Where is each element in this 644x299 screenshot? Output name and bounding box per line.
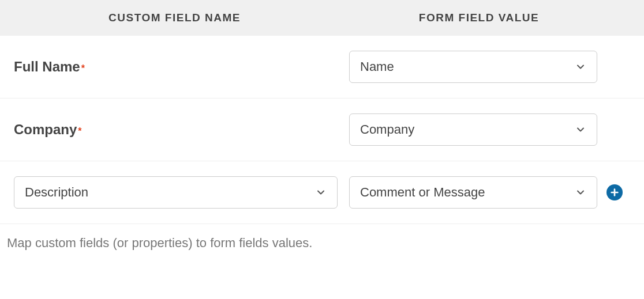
chevron-down-icon bbox=[575, 124, 586, 135]
form-value-select[interactable]: Name bbox=[349, 51, 597, 83]
field-label-cell: Company* bbox=[0, 122, 349, 138]
header-form-field: FORM FIELD VALUE bbox=[349, 12, 609, 24]
helper-text: Map custom fields (or properties) to for… bbox=[0, 224, 644, 262]
field-label: Company bbox=[14, 122, 77, 137]
custom-field-cell: Description bbox=[0, 176, 349, 209]
required-mark: * bbox=[81, 63, 85, 73]
header-custom-field: CUSTOM FIELD NAME bbox=[0, 12, 349, 24]
table-header-row: CUSTOM FIELD NAME FORM FIELD VALUE bbox=[0, 0, 644, 36]
select-value: Company bbox=[360, 122, 414, 137]
add-row-cell bbox=[597, 184, 632, 200]
field-label-cell: Full Name* bbox=[0, 59, 349, 75]
select-value: Description bbox=[25, 185, 88, 200]
chevron-down-icon bbox=[315, 187, 327, 198]
mapping-row: Company* Company bbox=[0, 99, 644, 161]
form-value-select[interactable]: Comment or Message bbox=[349, 176, 597, 209]
select-value: Comment or Message bbox=[360, 185, 485, 200]
chevron-down-icon bbox=[575, 187, 586, 198]
field-label: Full Name bbox=[14, 59, 80, 74]
mapping-row: Full Name* Name bbox=[0, 36, 644, 99]
field-mapping-table: CUSTOM FIELD NAME FORM FIELD VALUE Full … bbox=[0, 0, 644, 262]
chevron-down-icon bbox=[575, 61, 586, 73]
add-row-button[interactable] bbox=[606, 184, 623, 200]
custom-mapping-row: Description Comment or Message bbox=[0, 161, 644, 224]
custom-field-select[interactable]: Description bbox=[14, 176, 338, 209]
form-value-select[interactable]: Company bbox=[349, 113, 597, 146]
required-mark: * bbox=[78, 126, 81, 136]
select-value: Name bbox=[360, 59, 394, 74]
